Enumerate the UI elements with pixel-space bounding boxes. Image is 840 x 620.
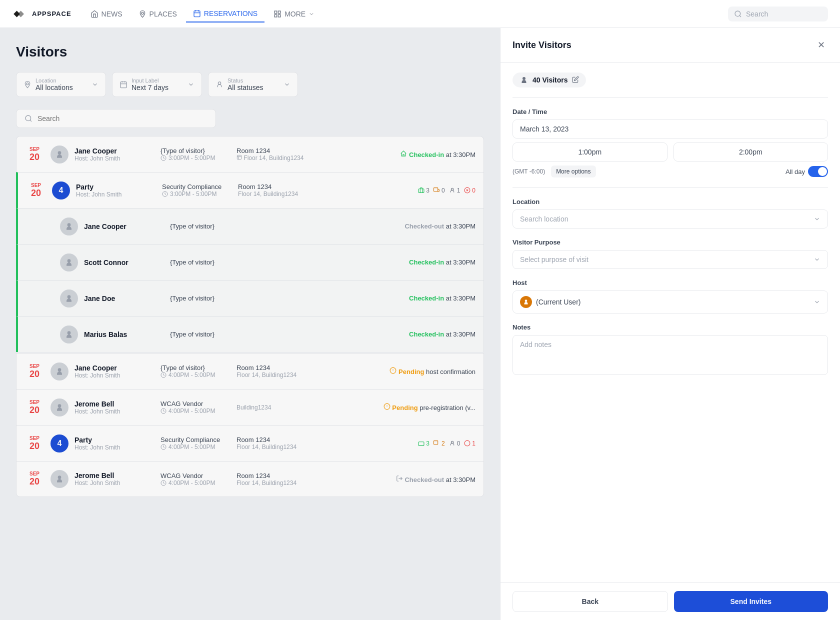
- nav-more[interactable]: MORE: [266, 6, 322, 22]
- location-dropdown[interactable]: Search location: [512, 210, 828, 228]
- back-button[interactable]: Back: [512, 591, 668, 612]
- svg-point-31: [68, 259, 71, 262]
- date-filter-value: Next 7 days: [132, 84, 168, 92]
- visitor-info: Jane Cooper Host: John Smith: [74, 147, 154, 162]
- visitor-row[interactable]: SEP 20 Jane Cooper Host: John Smith {Typ…: [16, 353, 484, 389]
- visitor-type: {Type of visitor}: [170, 330, 240, 338]
- notes-input[interactable]: Add notes: [512, 335, 828, 375]
- svg-point-51: [522, 77, 526, 80]
- date-badge: SEP 20: [24, 400, 44, 416]
- visitor-room: Building1234: [236, 404, 326, 411]
- date-badge: SEP 20: [24, 146, 44, 162]
- top-navigation: APPSPACE NEWS PLACES RESERVATIONS MORE S…: [0, 0, 840, 28]
- avatar: [50, 398, 68, 416]
- notes-placeholder: Add notes: [520, 340, 552, 348]
- visitor-row-group2[interactable]: SEP 20 4 Party Host: John Smith Security…: [16, 425, 484, 461]
- send-invites-button[interactable]: Send Invites: [674, 591, 828, 612]
- svg-point-33: [68, 331, 71, 334]
- svg-point-52: [525, 300, 528, 302]
- status-filter[interactable]: Status All statuses: [208, 72, 298, 97]
- sub-visitor-row[interactable]: Marius Balas {Type of visitor} Checked-i…: [16, 316, 484, 352]
- status-filter-label: Status: [228, 78, 264, 84]
- nav-items: NEWS PLACES RESERVATIONS MORE: [84, 6, 724, 22]
- date-filter[interactable]: Input Label Next 7 days: [112, 72, 202, 97]
- purpose-placeholder: Select purpose of visit: [520, 256, 588, 264]
- location-filter-value: All locations: [36, 84, 73, 92]
- all-day-label: All day: [786, 168, 805, 176]
- visitor-row[interactable]: SEP 20 Jerome Bell Host: John Smith WCAG…: [16, 389, 484, 425]
- svg-rect-5: [274, 11, 277, 14]
- page-area: Visitors Location All locations Input La…: [0, 28, 500, 620]
- visitor-row[interactable]: SEP 20 Jane Cooper Host: John Smith {Typ…: [16, 136, 484, 172]
- host-avatar: [520, 296, 532, 308]
- visitor-type: {Type of visitor}: [170, 258, 240, 266]
- location-filter[interactable]: Location All locations: [16, 72, 106, 97]
- divider: [512, 98, 828, 98]
- svg-point-30: [68, 223, 71, 226]
- end-time-button[interactable]: 2:00pm: [674, 142, 828, 162]
- search-bar[interactable]: [16, 109, 216, 128]
- location-section: Location Search location: [512, 198, 828, 228]
- host-dropdown[interactable]: (Current User): [512, 290, 828, 314]
- invite-visitors-panel: Invite Visitors ✕ 40 Visitors Date / Tim…: [500, 28, 840, 620]
- host-value: (Current User): [536, 298, 580, 306]
- svg-rect-12: [120, 82, 126, 88]
- nav-reservations[interactable]: RESERVATIONS: [186, 6, 264, 22]
- visitor-status: Pending host confirmation: [390, 367, 476, 376]
- close-button[interactable]: ✕: [814, 38, 828, 52]
- avatar: [60, 218, 78, 236]
- purpose-dropdown[interactable]: Select purpose of visit: [512, 250, 828, 269]
- host-label: Host: [512, 279, 828, 286]
- svg-line-10: [740, 16, 741, 17]
- nav-search-bar[interactable]: Search: [728, 6, 828, 22]
- logo-text: APPSPACE: [32, 10, 72, 18]
- svg-line-18: [30, 120, 32, 122]
- visitor-type: {Type of visitor}: [170, 222, 240, 230]
- purpose-label: Visitor Purpose: [512, 238, 828, 246]
- visitor-room: Room 1234 Floor 14, Building1234: [236, 364, 326, 378]
- date-badge: SEP 20: [24, 471, 44, 487]
- visitors-count-badge: 40 Visitors: [512, 72, 828, 88]
- svg-point-17: [26, 116, 31, 121]
- search-icon: [24, 114, 32, 122]
- all-day-toggle[interactable]: All day: [786, 166, 828, 177]
- toggle-track[interactable]: [808, 166, 828, 177]
- visitor-type: {Type of visitor} 4:00PM - 5:00PM: [160, 364, 230, 378]
- visitor-row-group[interactable]: SEP 20 4 Party Host: John Smith Security…: [16, 172, 484, 208]
- purpose-section: Visitor Purpose Select purpose of visit: [512, 238, 828, 269]
- avatar: [60, 326, 78, 344]
- visitor-info: Scott Connor: [84, 258, 164, 266]
- visitor-status: Checked-in at 3:30PM: [409, 258, 476, 266]
- date-input[interactable]: March 13, 2023: [512, 120, 828, 138]
- group-counts2: 3 2 0 1: [418, 440, 476, 447]
- visitor-info: Jerome Bell Host: John Smith: [74, 472, 154, 486]
- notes-section: Notes Add notes: [512, 324, 828, 375]
- svg-rect-6: [278, 11, 281, 14]
- visitor-row[interactable]: SEP 20 Jerome Bell Host: John Smith WCAG…: [16, 461, 484, 497]
- svg-point-48: [58, 476, 62, 479]
- start-time-button[interactable]: 1:00pm: [512, 142, 668, 162]
- edit-icon[interactable]: [572, 76, 579, 84]
- visitor-info: Marius Balas: [84, 330, 164, 338]
- nav-news[interactable]: NEWS: [84, 6, 130, 22]
- avatar: [50, 470, 68, 488]
- visitors-count: 40 Visitors: [532, 76, 568, 84]
- sub-visitor-row[interactable]: Scott Connor {Type of visitor} Checked-i…: [16, 244, 484, 280]
- group-avatar: 4: [52, 182, 70, 200]
- nav-places[interactable]: PLACES: [132, 6, 184, 22]
- panel-footer: Back Send Invites: [500, 582, 840, 620]
- avatar: [60, 254, 78, 272]
- visitors-icon: [520, 76, 528, 84]
- visitor-type: WCAG Vendor 4:00PM - 5:00PM: [160, 400, 230, 414]
- sub-visitor-row[interactable]: Jane Cooper {Type of visitor} Checked-ou…: [16, 208, 484, 244]
- svg-rect-8: [278, 14, 281, 17]
- svg-point-32: [68, 295, 71, 298]
- search-input[interactable]: [38, 114, 208, 122]
- more-options-button[interactable]: More options: [551, 166, 596, 178]
- page-title: Visitors: [16, 44, 484, 60]
- visitor-room: Room 1234 Floor 14, Building1234: [236, 436, 326, 450]
- app-logo[interactable]: APPSPACE: [12, 9, 72, 19]
- sub-visitor-row[interactable]: Jane Doe {Type of visitor} Checked-in at…: [16, 280, 484, 316]
- visitor-info: Jane Doe: [84, 294, 164, 302]
- host-dropdown-arrow: [814, 298, 820, 306]
